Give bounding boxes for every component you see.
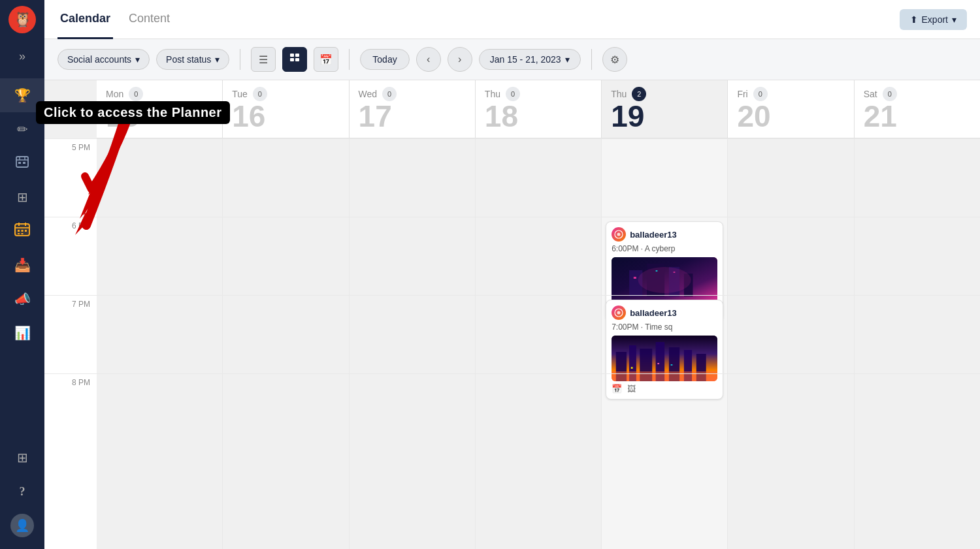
- slot-wed-7pm: [350, 295, 475, 373]
- prev-week-button[interactable]: ‹: [416, 47, 441, 72]
- settings-button[interactable]: ⚙: [602, 47, 627, 72]
- day-headers-row: Mon 0 15 Tue 0 16 Wed: [97, 80, 980, 138]
- slot-tue-8pm: [223, 373, 348, 452]
- time-label-5pm: 5 PM: [44, 138, 97, 217]
- svg-rect-17: [295, 54, 299, 57]
- day-header-fri: Fri 0 20: [728, 80, 854, 138]
- toolbar-divider-2: [349, 49, 350, 70]
- apps-icon: ⊞: [17, 450, 28, 465]
- day-name-mon: Mon: [106, 89, 123, 99]
- tab-content[interactable]: Content: [126, 0, 172, 39]
- slot-thu18-7pm: [476, 295, 601, 373]
- grid-view-button[interactable]: [282, 47, 307, 72]
- post-status-button[interactable]: Post status ▾: [156, 49, 229, 70]
- svg-rect-14: [18, 233, 20, 234]
- sidebar-bottom: ⊞ ? 👤: [0, 441, 44, 549]
- day-num-thu18: 18: [485, 101, 518, 131]
- day-col-thu19: balladeer13 6:00PM · A cyberp: [602, 138, 728, 549]
- analytics-icon: 📊: [14, 325, 31, 341]
- sidebar-item-calendar[interactable]: [0, 214, 44, 248]
- event-username-7pm: balladeer13: [630, 308, 677, 318]
- sidebar-item-analytics[interactable]: 📊: [0, 316, 44, 350]
- event-username-6pm: balladeer13: [630, 230, 677, 240]
- svg-rect-28: [634, 277, 636, 279]
- sidebar-item-help[interactable]: ?: [0, 475, 44, 509]
- slot-tue-5pm: [223, 138, 348, 217]
- slot-thu19-6pm: balladeer13 6:00PM · A cyberp: [602, 217, 727, 295]
- export-button[interactable]: ⬆ Export ▾: [900, 9, 967, 30]
- trophy-icon: 🏆: [14, 87, 31, 103]
- svg-rect-0: [16, 157, 28, 167]
- slot-mon-5pm: [97, 138, 222, 217]
- social-accounts-button[interactable]: Social accounts ▾: [57, 49, 150, 70]
- sidebar-item-goals[interactable]: 🏆: [0, 78, 44, 112]
- compose-icon: ✏: [17, 121, 28, 137]
- slot-thu18-6pm: [476, 217, 601, 295]
- topnav-right: ⬆ Export ▾: [900, 9, 967, 30]
- chevron-down-icon: ▾: [215, 54, 220, 65]
- day-header-mon: Mon 0 15: [97, 80, 223, 138]
- day-num-tue: 16: [232, 101, 265, 131]
- sidebar-logo: 🦉: [0, 0, 44, 39]
- sidebar-item-profile[interactable]: 👤: [0, 509, 44, 542]
- day-num-wed: 17: [359, 101, 392, 131]
- chevron-down-icon: ▾: [952, 14, 956, 25]
- slot-tue-7pm: [223, 295, 348, 373]
- svg-rect-30: [674, 272, 676, 273]
- svg-rect-44: [671, 364, 673, 366]
- slot-fri-8pm: [728, 373, 853, 452]
- day-header-thu18: Thu 0 18: [476, 80, 602, 138]
- avatar: 👤: [10, 514, 34, 537]
- day-col-fri: [728, 138, 854, 549]
- time-label-6pm: 6 PM: [44, 217, 97, 295]
- grid-icon: ⊞: [17, 189, 28, 205]
- campaigns-icon: 📣: [14, 291, 31, 307]
- svg-point-27: [638, 267, 691, 293]
- day-header-tue: Tue 0 16: [223, 80, 349, 138]
- toolbar-divider-1: [240, 49, 240, 70]
- svg-rect-18: [290, 58, 294, 61]
- slot-thu19-5pm: [602, 138, 727, 217]
- slot-thu18-8pm: [476, 373, 601, 452]
- slot-thu19-8pm: [602, 373, 727, 452]
- svg-point-32: [617, 311, 621, 315]
- day-name-thu18: Thu: [485, 89, 500, 99]
- time-label-8pm: 8 PM: [44, 373, 97, 452]
- svg-rect-43: [657, 363, 659, 364]
- calendar-container: Mon 0 15 Tue 0 16 Wed: [44, 80, 980, 549]
- svg-rect-13: [25, 230, 27, 232]
- list-view-button[interactable]: ☰: [251, 47, 276, 72]
- top-navigation: Calendar Content ⬆ Export ▾: [44, 0, 980, 39]
- sidebar-item-apps[interactable]: ⊞: [0, 441, 44, 475]
- sidebar-item-compose[interactable]: ✏: [0, 112, 44, 146]
- day-num-fri: 20: [737, 101, 770, 131]
- calendar-body: 5 PM 6 PM 7 PM 8 PM: [44, 138, 980, 549]
- list-icon: ☰: [259, 54, 268, 66]
- slot-sat-7pm: [855, 295, 980, 373]
- sidebar-item-inbox[interactable]: 📥: [0, 248, 44, 282]
- slot-fri-7pm: [728, 295, 853, 373]
- date-range-button[interactable]: Jan 15 - 21, 2023 ▾: [479, 49, 581, 70]
- next-week-button[interactable]: ›: [448, 47, 472, 72]
- slot-sat-8pm: [855, 373, 980, 452]
- calendar-view-button[interactable]: 📅: [314, 47, 338, 72]
- chevron-down-icon: ▾: [135, 54, 140, 65]
- event-avatar-7pm: [612, 306, 626, 320]
- day-header-wed: Wed 0 17: [350, 80, 476, 138]
- inbox-icon: 📥: [14, 257, 31, 273]
- today-button[interactable]: Today: [360, 49, 409, 70]
- svg-rect-15: [22, 233, 24, 234]
- sidebar-item-campaigns[interactable]: 📣: [0, 282, 44, 316]
- sidebar-item-expand[interactable]: »: [0, 39, 44, 73]
- sidebar-item-dashboard[interactable]: ⊞: [0, 180, 44, 214]
- day-num-mon: 15: [106, 101, 139, 131]
- tab-calendar[interactable]: Calendar: [57, 0, 113, 39]
- day-name-thu19: Thu: [611, 89, 627, 99]
- svg-rect-4: [18, 162, 21, 164]
- day-name-sat: Sat: [864, 89, 877, 99]
- sidebar-item-planner[interactable]: [0, 146, 44, 180]
- help-icon: ?: [20, 485, 25, 499]
- day-num-thu19: 19: [611, 101, 644, 131]
- toolbar: Social accounts ▾ Post status ▾ ☰ 📅: [44, 39, 980, 80]
- event-time-6pm: 6:00PM · A cyberp: [612, 244, 717, 253]
